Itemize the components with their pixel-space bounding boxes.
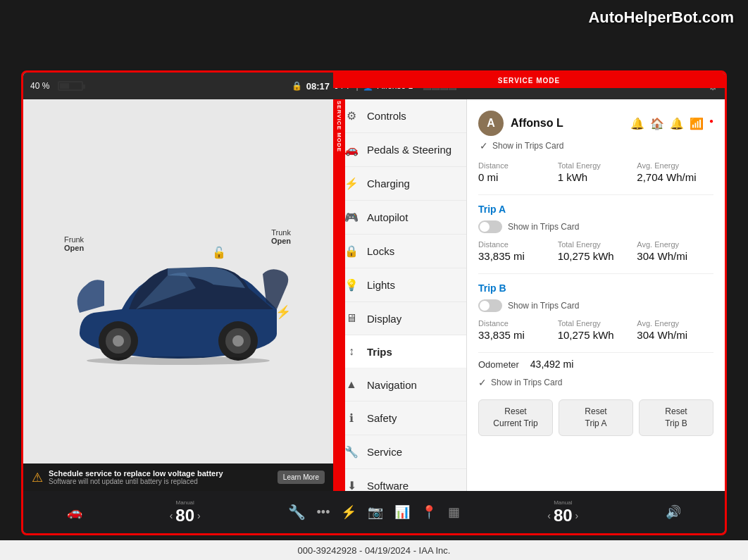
alert-sub: Software will not update until battery i… bbox=[49, 478, 272, 485]
left-arrow[interactable]: ‹ bbox=[170, 510, 173, 521]
speed-right-left-arrow[interactable]: ‹ bbox=[547, 510, 551, 521]
bottom-info-bar: 000-39242928 - 04/19/2024 - IAA Inc. bbox=[0, 540, 748, 560]
car-illustration: ⚡ Frunk Open Trunk Open 🔓 bbox=[58, 218, 298, 373]
menu-item-service[interactable]: 🔧 Service bbox=[333, 435, 466, 469]
lights-label: Lights bbox=[367, 279, 395, 291]
current-trip-stats: Distance 0 mi Total Energy 1 kWh Avg. En… bbox=[478, 161, 713, 183]
home-icon: 🏠 bbox=[650, 117, 664, 130]
alert-main: Schedule service to replace low voltage … bbox=[49, 469, 272, 478]
trip-a-energy: Total Energy 10,275 kWh bbox=[558, 240, 635, 262]
pedals-label: Pedals & Steering bbox=[367, 144, 451, 156]
nav-car[interactable]: 🚗 bbox=[67, 504, 82, 520]
more-nav-icon[interactable]: ••• bbox=[317, 505, 330, 520]
trip-a-title: Trip A bbox=[478, 204, 713, 215]
menu-item-autopilot[interactable]: 🎮 Autopilot bbox=[333, 201, 466, 235]
user-avatar: A bbox=[478, 111, 504, 136]
safety-icon: ℹ bbox=[344, 411, 359, 425]
menu-item-software[interactable]: ⬇ Software bbox=[333, 469, 466, 491]
alarm-icon: 🔔 bbox=[630, 117, 644, 130]
pedals-icon: 🚗 bbox=[344, 143, 359, 156]
frunk-label: Frunk Open bbox=[64, 235, 84, 252]
status-left: 40 % bbox=[30, 81, 83, 91]
current-energy-value: 1 kWh bbox=[558, 171, 635, 183]
software-label: Software bbox=[367, 480, 409, 491]
menu-item-navigation[interactable]: ▲ Navigation bbox=[333, 368, 466, 402]
current-distance: Distance 0 mi bbox=[478, 161, 555, 183]
bluetooth-nav-icon[interactable]: ⚡ bbox=[341, 504, 356, 520]
speed-left-label: Manual bbox=[176, 499, 194, 506]
red-dot: ● bbox=[709, 117, 713, 130]
reset-current-button[interactable]: ResetCurrent Trip bbox=[478, 399, 553, 436]
bottom-info-text: 000-39242928 - 04/19/2024 - IAA Inc. bbox=[298, 545, 451, 556]
speed-right-right-arrow[interactable]: › bbox=[575, 510, 579, 521]
tools-nav-icon[interactable]: 🔧 bbox=[288, 504, 306, 521]
show-trips-label: Show in Trips Card bbox=[492, 141, 563, 151]
right-arrow[interactable]: › bbox=[197, 510, 201, 521]
autopilot-label: Autopilot bbox=[367, 211, 408, 223]
speed-right-label: Manual bbox=[554, 499, 572, 506]
menu-item-locks[interactable]: 🔒 Locks bbox=[333, 235, 466, 268]
odometer-check-icon: ✓ bbox=[478, 377, 487, 388]
volume-icon[interactable]: 🔊 bbox=[666, 504, 681, 520]
menu-item-trips[interactable]: ↕ Trips bbox=[333, 335, 466, 368]
tesla-screen: SERVICE MODE 40 % 🔒 08:17 64°F | 👤 Affon… bbox=[21, 70, 727, 535]
learn-more-button[interactable]: Learn More bbox=[278, 471, 325, 484]
current-energy: Total Energy 1 kWh bbox=[558, 161, 635, 183]
alert-text: Schedule service to replace low voltage … bbox=[49, 469, 272, 485]
battery-indicator bbox=[58, 81, 83, 91]
nav-speed-left: Manual ‹ 80 › bbox=[170, 499, 201, 525]
trip-a-section: Trip A Show in Trips Card Distance 33,83… bbox=[478, 194, 713, 262]
current-avg-value: 2,704 Wh/mi bbox=[637, 171, 713, 183]
odometer-label: Odometer bbox=[478, 359, 519, 370]
user-name: Affonso L bbox=[511, 117, 563, 130]
trip-a-distance: Distance 33,835 mi bbox=[478, 240, 555, 262]
menu-item-display[interactable]: 🖥 Display bbox=[333, 302, 466, 335]
trip-b-toggle-row: Show in Trips Card bbox=[478, 299, 713, 312]
current-avg: Avg. Energy 2,704 Wh/mi bbox=[637, 161, 713, 183]
trip-a-avg: Avg. Energy 304 Wh/mi bbox=[637, 240, 713, 262]
trip-a-show-label: Show in Trips Card bbox=[508, 222, 579, 232]
trip-a-toggle[interactable] bbox=[478, 220, 502, 233]
menu-item-controls[interactable]: ⚙ Controls bbox=[333, 99, 466, 133]
trip-b-title: Trip B bbox=[478, 282, 713, 294]
content-header: A Affonso L 🔔 🏠 🔔 📶 ● bbox=[478, 111, 713, 136]
device-bottom-nav: 🚗 Manual ‹ 80 › 🔧 ••• ⚡ 📷 📊 📍 ▦ Manual ‹ bbox=[23, 491, 725, 533]
menu-item-safety[interactable]: ℹ Safety bbox=[333, 402, 466, 435]
odometer-check-row: ✓ Show in Trips Card bbox=[478, 377, 713, 388]
apps-nav-icon[interactable]: ▦ bbox=[448, 504, 460, 520]
trip-b-distance: Distance 33,835 mi bbox=[478, 319, 555, 341]
signal-icon: 📶 bbox=[690, 117, 704, 130]
alert-banner: ⚠ Schedule service to replace low voltag… bbox=[23, 463, 333, 491]
menu-item-pedals[interactable]: 🚗 Pedals & Steering bbox=[333, 133, 466, 167]
battery-percent: 40 % bbox=[30, 81, 49, 91]
bars-nav-icon[interactable]: 📊 bbox=[394, 504, 410, 520]
trunk-label: Trunk Open bbox=[271, 228, 291, 245]
navigation-label: Navigation bbox=[367, 379, 417, 391]
map-nav-icon[interactable]: 📍 bbox=[421, 504, 437, 520]
trip-b-energy: Total Energy 10,275 kWh bbox=[558, 319, 635, 341]
car-area: ⚡ Frunk Open Trunk Open 🔓 bbox=[23, 99, 333, 491]
trip-a-energy-value: 10,275 kWh bbox=[558, 250, 635, 262]
trip-b-distance-value: 33,835 mi bbox=[478, 329, 555, 341]
service-icon: 🔧 bbox=[344, 445, 359, 459]
menu-item-lights[interactable]: 💡 Lights bbox=[333, 268, 466, 302]
odometer-value: 43,492 mi bbox=[530, 359, 573, 370]
trip-a-distance-value: 33,835 mi bbox=[478, 250, 555, 262]
trips-icon: ↕ bbox=[344, 345, 359, 358]
trip-b-toggle[interactable] bbox=[478, 299, 502, 312]
reset-trip-a-button[interactable]: ResetTrip A bbox=[559, 399, 633, 436]
trip-b-avg: Avg. Energy 304 Wh/mi bbox=[637, 319, 713, 341]
reset-trip-b-button[interactable]: ResetTrip B bbox=[639, 399, 713, 436]
safety-label: Safety bbox=[367, 412, 397, 424]
watermark: AutoHelperBot.com bbox=[588, 8, 734, 27]
svg-text:⚡: ⚡ bbox=[275, 304, 292, 320]
trip-b-section: Trip B Show in Trips Card Distance 33,83… bbox=[478, 273, 713, 341]
lock-icon-car: 🔓 bbox=[212, 246, 226, 259]
menu-item-charging[interactable]: ⚡ Charging bbox=[333, 167, 466, 201]
reset-buttons: ResetCurrent Trip ResetTrip A ResetTrip … bbox=[478, 399, 713, 436]
speed-right-value: 80 bbox=[554, 506, 573, 525]
service-left-label: SERVICE MODE bbox=[333, 99, 345, 491]
left-panel: ⚡ Frunk Open Trunk Open 🔓 ⚠ Schedule ser… bbox=[23, 99, 333, 491]
trip-b-stats: Distance 33,835 mi Total Energy 10,275 k… bbox=[478, 319, 713, 341]
camera-nav-icon[interactable]: 📷 bbox=[368, 504, 383, 520]
